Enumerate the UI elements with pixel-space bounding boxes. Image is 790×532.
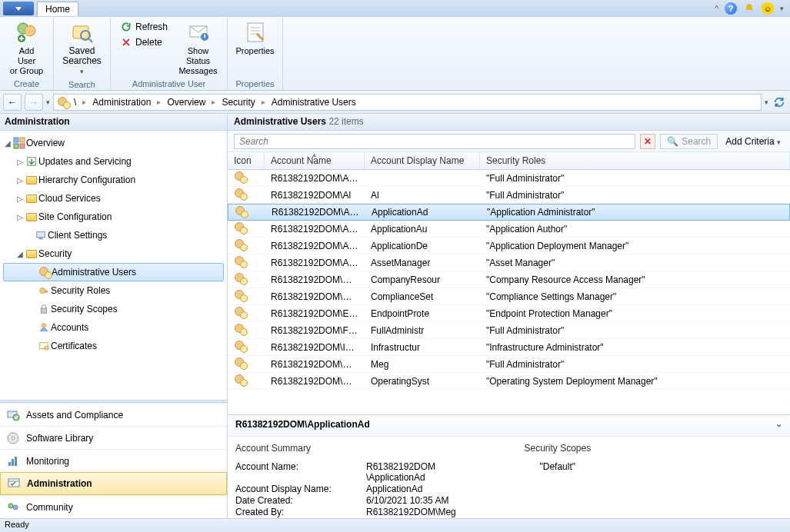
label-date-created: Date Created:: [235, 495, 366, 506]
chevron-right-icon: ▸: [155, 98, 162, 106]
saved-searches-button[interactable]: Saved Searches ▾: [59, 18, 105, 78]
group-label-adminuser: Administrative User: [117, 78, 221, 90]
table-row[interactable]: R61382192DOM\Op...OperatingSyst"Operatin…: [228, 373, 790, 390]
chevron-right-icon: ▸: [260, 98, 267, 106]
breadcrumb-security[interactable]: Security: [220, 97, 256, 108]
add-user-or-group-button[interactable]: Add User or Group: [6, 18, 47, 78]
main-header: Administrative Users 22 items: [228, 114, 790, 131]
user-icon: [234, 273, 246, 284]
column-icon[interactable]: Icon: [228, 152, 265, 169]
sidebar-header: Administration: [0, 114, 227, 131]
chevron-right-icon: ▸: [81, 98, 88, 106]
expand-icon[interactable]: ▷: [15, 158, 25, 166]
svg-point-23: [12, 437, 15, 440]
tree-hierarchy[interactable]: ▷Hierarchy Configuration: [0, 171, 227, 189]
table-row[interactable]: R61382192DOM\En...EndpointProte"Endpoint…: [228, 305, 790, 322]
tree-security[interactable]: ◢Security: [0, 244, 227, 263]
workspace-assets[interactable]: Assets and Compliance: [0, 403, 227, 426]
nav-history-dropdown[interactable]: ▾: [46, 98, 50, 106]
table-row[interactable]: R61382192DOM\As...AssetManager"Asset Man…: [228, 254, 790, 271]
cell-security-roles: "Asset Manager": [480, 258, 790, 268]
expand-icon[interactable]: ▷: [15, 176, 25, 185]
accounts-icon: [37, 322, 51, 333]
tab-home[interactable]: Home: [37, 2, 78, 16]
table-row[interactable]: R61382192DOM\Co...ComplianceSet"Complian…: [228, 288, 790, 305]
search-button[interactable]: 🔍Search: [660, 134, 718, 149]
user-icon: [57, 97, 69, 108]
address-dropdown[interactable]: ▾: [765, 98, 768, 106]
column-display-name[interactable]: Account Display Name: [365, 152, 480, 169]
help-icon[interactable]: ?: [725, 2, 737, 15]
tree-cloud[interactable]: ▷Cloud Services: [0, 189, 227, 208]
table-row[interactable]: R61382192DOM\Ap...ApplicationAd"Applicat…: [228, 204, 790, 221]
refresh-button[interactable]: Refresh: [117, 20, 171, 34]
delete-button[interactable]: Delete: [117, 35, 171, 49]
chevron-down-icon: [15, 7, 22, 11]
cell-display-name: Al: [365, 190, 480, 201]
tree-siteconfig[interactable]: ▷Site Configuration: [0, 208, 227, 226]
table-row[interactable]: R61382192DOM\Ful...FullAdministr"Full Ad…: [228, 322, 790, 339]
tree-clientsettings[interactable]: Client Settings: [0, 226, 227, 244]
collapse-icon[interactable]: ◢: [15, 250, 25, 258]
table-row[interactable]: R61382192DOM\MegMeg"Full Administrator": [228, 356, 790, 373]
cell-display-name: Infrastructur: [365, 342, 480, 353]
detail-collapse-icon[interactable]: ⌄: [775, 419, 782, 432]
folder-icon: [26, 250, 37, 258]
tree-security-roles[interactable]: Security Roles: [0, 281, 227, 300]
breadcrumb-adminusers[interactable]: Administrative Users: [270, 97, 358, 108]
table-row[interactable]: R61382192DOM\Ap...ApplicationAu"Applicat…: [228, 221, 790, 238]
community-icon: [6, 500, 20, 514]
tree-certificates[interactable]: Certificates: [0, 337, 227, 355]
value-date-created: 6/10/2021 10:35 AM: [366, 495, 448, 506]
add-criteria-button[interactable]: Add Criteria ▾: [722, 136, 784, 147]
table-row[interactable]: R61382192DOM\Inf...Infrastructur"Infrast…: [228, 339, 790, 356]
nav-back-button[interactable]: ←: [3, 94, 22, 111]
sidebar: Administration ◢Overview ▷Updates and Se…: [0, 114, 228, 518]
tree-security-scopes[interactable]: Security Scopes: [0, 300, 227, 318]
security-scopes-header: Security Scopes: [525, 443, 783, 455]
certificates-icon: [37, 341, 51, 351]
workspace-software-library[interactable]: Software Library: [0, 426, 227, 449]
cell-security-roles: "Operating System Deployment Manager": [480, 376, 790, 387]
table-row[interactable]: R61382192DOM\Ap...ApplicationDe"Applicat…: [228, 238, 790, 254]
nav-forward-button[interactable]: →: [25, 94, 43, 111]
group-label-search: Search: [60, 78, 104, 91]
user-icon: [234, 307, 246, 318]
tree-accounts[interactable]: Accounts: [0, 318, 227, 337]
address-refresh-button[interactable]: [772, 95, 787, 110]
cell-account-name: R61382192DOM\Ful...: [265, 325, 365, 336]
breadcrumb-root[interactable]: \: [72, 97, 78, 108]
properties-button[interactable]: Properties: [232, 18, 277, 58]
expand-icon[interactable]: ▷: [15, 213, 25, 221]
user-icon: [234, 171, 246, 182]
feedback-icon[interactable]: ☺: [762, 2, 774, 15]
collapse-icon[interactable]: ◢: [3, 139, 12, 148]
breadcrumb-overview[interactable]: Overview: [165, 97, 207, 108]
group-label-create: Create: [6, 78, 47, 90]
tree-overview[interactable]: ◢Overview: [0, 134, 227, 152]
ribbon-minimize-chevron[interactable]: ^: [715, 5, 718, 13]
tree-updates[interactable]: ▷Updates and Servicing: [0, 152, 227, 171]
results-grid[interactable]: Icon Account Name Account Display Name S…: [228, 152, 790, 414]
workspace-community[interactable]: Community: [0, 495, 227, 518]
search-input[interactable]: [234, 134, 635, 149]
workspace-monitoring[interactable]: Monitoring: [0, 449, 227, 472]
breadcrumb-administration[interactable]: Administration: [91, 97, 152, 108]
expand-icon[interactable]: ▷: [15, 195, 25, 203]
column-account-name[interactable]: Account Name: [265, 152, 365, 169]
users-icon: [38, 267, 51, 278]
cell-display-name: FullAdministr: [365, 325, 480, 336]
workspace-administration[interactable]: Administration: [0, 472, 227, 495]
feedback-dropdown-icon[interactable]: ▾: [780, 5, 784, 12]
account-summary-header: Account Summary: [235, 443, 494, 455]
table-row[interactable]: R61382192DOM\AlAl"Full Administrator": [228, 187, 790, 204]
app-menu-button[interactable]: [3, 2, 34, 15]
show-status-messages-button[interactable]: Show Status Messages: [175, 18, 221, 78]
tree-admin-users[interactable]: Administrative Users: [3, 263, 224, 281]
table-row[interactable]: R61382192DOM\Ad..."Full Administrator": [228, 170, 790, 187]
notifications-icon[interactable]: [743, 2, 755, 15]
column-security-roles[interactable]: Security Roles: [480, 152, 790, 169]
clear-search-button[interactable]: ✕: [640, 134, 655, 149]
address-bar[interactable]: \ ▸ Administration ▸ Overview ▸ Security…: [53, 94, 762, 111]
table-row[interactable]: R61382192DOM\Co...CompanyResour"Company …: [228, 271, 790, 288]
